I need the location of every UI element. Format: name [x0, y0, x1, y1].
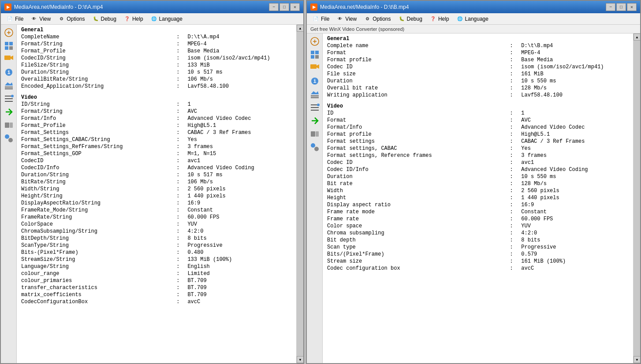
menu-view-b[interactable]: 👁 View: [333, 15, 360, 23]
row-overallbitrate-a: OverallBitRate/String : 106 Mb/s: [20, 76, 293, 83]
sidebar-icon-1a[interactable]: [3, 26, 15, 39]
sidebar-icon-1b[interactable]: [309, 35, 321, 48]
row-format-profile-a: Format_Profile : Base Media: [20, 48, 293, 55]
options-icon-a: ⚙: [58, 15, 65, 22]
row-chroma-b: Chroma subsampling : 4:2:0: [326, 230, 630, 237]
menu-help-a[interactable]: ❓ Help: [120, 15, 147, 23]
sidebar-b: i: [307, 33, 323, 363]
svg-rect-2: [9, 42, 13, 45]
row-format-cabac-b: Format settings, CABAC : Yes: [326, 145, 630, 152]
svg-point-11: [11, 95, 14, 97]
scroll-track-b[interactable]: [634, 41, 640, 356]
menu-debug-b[interactable]: 🐛 Debug: [395, 15, 426, 23]
row-height-a: Height/String : 1 440 pixels: [20, 193, 293, 200]
title-controls-a: − □ ✕: [269, 3, 300, 11]
menu-language-b[interactable]: 🌐 Language: [453, 15, 492, 23]
sidebar-icon-3a[interactable]: [3, 53, 15, 65]
maximize-btn-a[interactable]: □: [280, 3, 289, 11]
close-btn-b[interactable]: ✕: [627, 3, 637, 11]
row-codecid-b: Codec ID : isom (isom/iso2/avc1/mp41): [326, 63, 630, 71]
svg-rect-19: [311, 55, 314, 59]
sidebar-icon-8a[interactable]: [3, 132, 15, 145]
menu-file-b[interactable]: 📄 File: [309, 15, 333, 23]
row-codecid-string-a: CodecID/String : isom (isom/iso2/avc1/mp…: [20, 55, 293, 62]
menu-options-b[interactable]: ⚙ Options: [360, 15, 394, 23]
file-icon-b: 📄: [312, 15, 319, 22]
sidebar-icon-4a[interactable]: i: [3, 66, 15, 78]
scroll-down-b[interactable]: ▼: [634, 356, 640, 363]
view-icon-b: 👁: [336, 15, 343, 22]
menu-view-a[interactable]: 👁 View: [27, 15, 54, 23]
row-duration-gen-b: Duration : 10 s 550 ms: [326, 78, 630, 85]
sponsored-text-b: Get free WinX Video Converter (sponsored…: [310, 26, 404, 32]
svg-point-27: [317, 104, 320, 106]
menu-options-a[interactable]: ⚙ Options: [54, 15, 88, 23]
row-duration-vid-a: Duration/String : 10 s 517 ms: [20, 171, 293, 178]
row-format-settings-b: Format settings : CABAC / 3 Ref Frames: [326, 138, 630, 145]
main-content-a[interactable]: General CompleteName : D:\t\A.mp4 Format…: [17, 25, 296, 363]
window-a: ▶ MediaArea.net/MediaInfo - D:\t\A.mp4 −…: [0, 0, 304, 364]
row-completename-a: CompleteName : D:\t\A.mp4: [20, 33, 293, 41]
row-matrix-a: matrix_coefficients : BT.709: [20, 291, 293, 298]
minimize-btn-b[interactable]: −: [606, 3, 615, 11]
row-scantype-b: Scan type : Progressive: [326, 244, 630, 251]
row-format-settings-a: Format_Settings : CABAC / 3 Ref Frames: [20, 129, 293, 136]
maximize-btn-b[interactable]: □: [616, 3, 626, 11]
minimize-btn-a[interactable]: −: [269, 3, 279, 11]
sidebar-icon-7a[interactable]: [3, 119, 15, 131]
scroll-up-b[interactable]: ▲: [634, 33, 640, 41]
main-content-b[interactable]: General Complete name : D:\t\B.mp4 Forma…: [323, 33, 633, 363]
row-format-string-a: Format/String : MPEG-4: [20, 41, 293, 48]
content-area-b: i General: [307, 33, 640, 363]
window-b: ▶ MediaArea.net/MediaInfo - D:\t\B.mp4 −…: [306, 0, 641, 364]
row-format-refframes-b: Format settings, Reference frames : 3 fr…: [326, 152, 630, 159]
row-dar-b: Display aspect ratio : 16:9: [326, 201, 630, 208]
row-height-b: Height : 1 440 pixels: [326, 194, 630, 201]
svg-rect-12: [5, 123, 9, 128]
scroll-track-a[interactable]: [297, 32, 303, 356]
sidebar-icon-7b[interactable]: [309, 128, 321, 140]
row-colour-range-a: colour_range : Limited: [20, 270, 293, 277]
sidebar-icon-8b[interactable]: [309, 141, 321, 153]
sidebar-icon-4b[interactable]: i: [309, 75, 321, 87]
svg-rect-25: [311, 95, 319, 97]
sidebar-icon-2b[interactable]: [309, 48, 321, 61]
row-bits-pixel-b: Bits/(Pixel*Frame) : 0.579: [326, 251, 630, 258]
sidebar-icon-arrow-b[interactable]: [309, 115, 321, 127]
sidebar-icon-2a[interactable]: [3, 40, 15, 52]
svg-rect-4: [9, 46, 13, 50]
row-format-profile-b: Format profile : Base Media: [326, 56, 630, 63]
row-width-a: Width/String : 2 560 pixels: [20, 186, 293, 193]
svg-point-30: [311, 143, 315, 148]
row-completename-b: Complete name : D:\t\B.mp4: [326, 42, 630, 49]
row-bitrate-a: BitRate/String : 106 Mb/s: [20, 178, 293, 186]
row-format-profile-vid-a: Format_Profile : High@L5.1: [20, 122, 293, 129]
sidebar-icon-5b[interactable]: [309, 88, 321, 100]
scrollbar-a[interactable]: ▲ ▼: [296, 25, 303, 363]
info-table-b: General Complete name : D:\t\B.mp4 Forma…: [326, 35, 630, 272]
title-bar-left-b: ▶ MediaArea.net/MediaInfo - D:\t\B.mp4: [310, 4, 409, 11]
sidebar-icon-3b[interactable]: [309, 62, 321, 74]
menu-file-a[interactable]: 📄 File: [3, 15, 27, 23]
row-framerate-b: Frame rate : 60.000 FPS: [326, 215, 630, 223]
row-format-info-a: Format/Info : Advanced Video Codec: [20, 115, 293, 122]
row-filesize-a: FileSize/String : 133 MiB: [20, 62, 293, 69]
scroll-down-a[interactable]: ▼: [297, 356, 303, 363]
menu-help-b[interactable]: ❓ Help: [426, 15, 453, 23]
menu-debug-a[interactable]: 🐛 Debug: [89, 15, 120, 23]
svg-rect-13: [10, 123, 13, 128]
menu-language-a[interactable]: 🌐 Language: [147, 15, 186, 23]
row-codecid-vid-b: Codec ID : avc1: [326, 159, 630, 166]
svg-marker-6: [11, 56, 13, 60]
scroll-up-a[interactable]: ▲: [297, 25, 303, 32]
close-btn-a[interactable]: ✕: [290, 3, 300, 11]
scrollbar-b[interactable]: ▲ ▼: [633, 33, 640, 363]
sidebar-icon-arrow-a[interactable]: [3, 106, 15, 118]
row-streamsize-a: StreamSize/String : 133 MiB (100%): [20, 256, 293, 263]
sidebar-icon-6a[interactable]: [3, 93, 15, 105]
sidebar-icon-6b[interactable]: [309, 101, 321, 114]
row-format-gop-a: Format_Settings_GOP : M=1, N=15: [20, 150, 293, 157]
svg-rect-9: [5, 86, 13, 88]
sidebar-icon-5a[interactable]: [3, 79, 15, 92]
window-title-b: MediaArea.net/MediaInfo - D:\t\B.mp4: [320, 4, 409, 10]
